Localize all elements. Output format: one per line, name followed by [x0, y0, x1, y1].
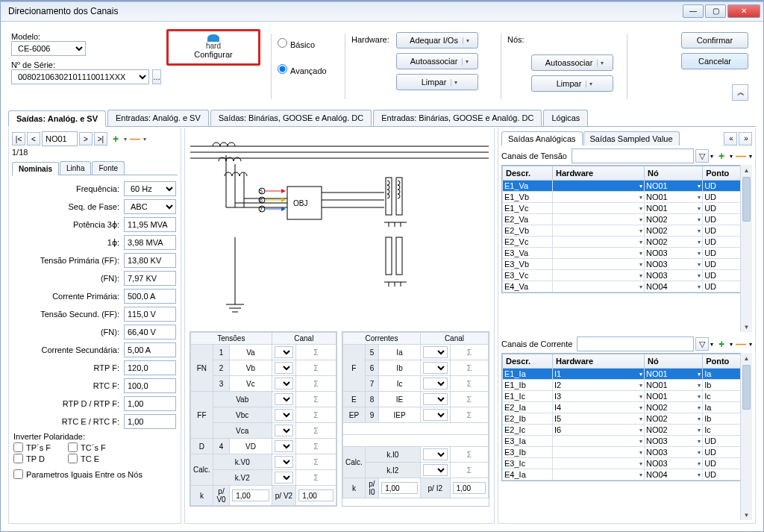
canal-ia[interactable]: E1_Ia [423, 346, 448, 358]
tab-entradas-bin[interactable]: Entradas: Binárias, GOOSE e Analóg. DC [373, 110, 542, 126]
canal-ic[interactable]: E1_Ic [423, 378, 448, 389]
circuit-diagram: 5 6 7 OBJ [190, 133, 489, 327]
add-tensao-icon[interactable]: + [715, 149, 728, 163]
table-row[interactable]: E2_IbI5▾NO02▾Ib▾ [503, 413, 751, 425]
svg-rect-33 [396, 237, 402, 275]
nav-last[interactable]: >| [94, 132, 107, 145]
table-row[interactable]: E1_IbI2▾NO01▾Ib▾ [503, 380, 751, 391]
table-row[interactable]: E2_Vb▾NO02▾UD▾ [503, 225, 751, 237]
configurar-sub: hard [182, 42, 245, 50]
table-row[interactable]: E3_Vc▾NO03▾UD▾ [503, 270, 751, 281]
ck-tps-f[interactable]: TP´s F [13, 442, 66, 452]
cancelar-button[interactable]: Cancelar [681, 53, 748, 69]
ck-tcs-f[interactable]: TC´s F [68, 442, 120, 452]
adequar-button[interactable]: Adequar I/Os▾ [396, 32, 478, 48]
rtpd-input[interactable] [124, 396, 176, 411]
ck-params-iguais[interactable] [13, 469, 23, 479]
nav-next[interactable]: > [79, 132, 93, 145]
table-row[interactable]: E3_Va▾NO03▾UD▾ [503, 248, 751, 259]
subtab-linha[interactable]: Linha [60, 161, 91, 175]
fn-input[interactable] [124, 271, 176, 286]
tsfn-input[interactable] [124, 325, 176, 339]
remove-icon[interactable]: — [128, 132, 142, 145]
corrente-filter-input[interactable] [577, 337, 694, 351]
maximize-button[interactable]: ▢ [705, 4, 726, 18]
remove-tensao-icon[interactable]: — [734, 149, 748, 163]
subtab-nominais[interactable]: Nominais [12, 162, 59, 175]
csec-input[interactable] [124, 342, 176, 357]
rtab-analog[interactable]: Saídas Analógicas [501, 131, 583, 145]
filter-icon-2[interactable]: ▽ [695, 337, 709, 351]
tab-entradas-analog[interactable]: Entradas: Analóg. e SV [107, 110, 209, 126]
canal-vc[interactable] [275, 378, 294, 389]
table-row[interactable]: E3_Vb▾NO03▾UD▾ [503, 259, 751, 270]
tpff-input[interactable] [124, 253, 176, 268]
add-icon[interactable]: + [109, 132, 122, 145]
table-row[interactable]: E1_IcI3▾NO01▾Ic▾ [503, 391, 751, 402]
add-corrente-icon[interactable]: + [715, 337, 728, 351]
svg-marker-12 [281, 189, 286, 193]
tab-saidas-analog[interactable]: Saídas: Analóg. e SV [8, 110, 106, 127]
subtab-fonte[interactable]: Fonte [92, 161, 125, 175]
modelo-select[interactable]: CE-6006 [11, 41, 86, 56]
tsff-input[interactable] [124, 307, 176, 322]
canal-vb[interactable] [275, 362, 294, 374]
modelo-label: Modelo: [11, 32, 40, 41]
expand-up-button[interactable]: ︽ [732, 84, 748, 101]
canal-va[interactable] [275, 346, 294, 358]
table-row[interactable]: E2_IcI6▾NO02▾Ic▾ [503, 425, 751, 436]
serie-select[interactable]: 00802106302101110011XXX [11, 69, 149, 84]
table-row[interactable]: E1_Vc▾NO01▾UD▾ [503, 203, 751, 214]
table-row[interactable]: E2_Va▾NO02▾UD▾ [503, 214, 751, 225]
radio-basico[interactable] [278, 38, 287, 48]
table-row[interactable]: E3_Ia▾NO03▾UD▾ [503, 436, 751, 447]
corrente-grid[interactable]: Descr. Hardware Nó Ponto E1_IaI1▾NO01▾Ia… [501, 353, 752, 481]
confirmar-button[interactable]: Confirmar [681, 32, 748, 48]
remove-corrente-icon[interactable]: — [734, 337, 748, 351]
table-row[interactable]: E1_Vb▾NO01▾UD▾ [503, 192, 751, 203]
serie-browse-button[interactable]: … [152, 69, 161, 84]
table-row[interactable]: E3_Ib▾NO03▾UD▾ [503, 447, 751, 458]
autoassociar-hw-button[interactable]: Autoassociar▾ [396, 53, 478, 69]
nav-prev[interactable]: < [27, 132, 40, 145]
hardware-label: Hardware: [351, 32, 396, 90]
scroll-left-button[interactable]: « [724, 132, 737, 145]
table-row[interactable]: E2_IaI4▾NO02▾Ia▾ [503, 402, 751, 413]
table-row[interactable]: E1_IaI1▾NO01▾Ia▾ [503, 369, 751, 380]
tensao-grid[interactable]: Descr. Hardware Nó Ponto E1_Va▾NO01▾UD▾E… [501, 165, 752, 293]
limpar-nos-button[interactable]: Limpar▾ [531, 75, 613, 92]
ck-tc-e[interactable]: TC E [68, 454, 120, 463]
close-button[interactable]: ✕ [727, 4, 760, 18]
nav-first[interactable]: |< [12, 132, 25, 145]
table-row[interactable]: E4_Va▾NO04▾UD▾ [503, 281, 751, 292]
tab-saidas-bin[interactable]: Saídas: Binárias, GOOSE e Analóg. DC [210, 110, 372, 126]
table-row[interactable]: E4_Ia▾NO04▾UD▾ [503, 469, 751, 481]
freq-select[interactable]: 60 Hz [124, 181, 176, 196]
titlebar: Direcionamento dos Canais — ▢ ✕ [1, 1, 763, 22]
seq-select[interactable]: ABC [124, 199, 176, 214]
pot1-input[interactable] [124, 235, 176, 250]
rtce-input[interactable] [124, 414, 176, 429]
rtab-sv[interactable]: Saídas Sampled Value [583, 131, 680, 145]
rtpf-input[interactable] [124, 360, 176, 375]
minimize-button[interactable]: — [683, 4, 704, 18]
radio-avancado[interactable] [278, 64, 287, 74]
canal-ib[interactable]: E1_Ib [423, 362, 448, 374]
table-row[interactable]: E2_Vc▾NO02▾UD▾ [503, 237, 751, 248]
scroll-right-button[interactable]: » [739, 132, 752, 145]
ck-tp-d[interactable]: TP D [13, 454, 66, 463]
table-row[interactable]: E1_Va▾NO01▾UD▾ [503, 181, 751, 192]
tensao-filter-input[interactable] [572, 148, 694, 163]
tensao-scrollbar[interactable]: ▲▼ [740, 165, 752, 332]
configurar-button[interactable]: hard Configurar [166, 29, 260, 66]
cprim-input[interactable] [124, 289, 176, 304]
nodo-input[interactable] [42, 131, 78, 146]
filter-icon[interactable]: ▽ [695, 149, 709, 163]
limpar-hw-button[interactable]: Limpar▾ [396, 74, 478, 90]
table-row[interactable]: E3_Ic▾NO03▾UD▾ [503, 458, 751, 469]
pot3-input[interactable] [124, 217, 176, 232]
corrente-scrollbar[interactable]: ▲▼ [740, 353, 752, 520]
tab-logicas[interactable]: Lógicas [543, 110, 588, 126]
rtcf-input[interactable] [124, 378, 176, 393]
autoassociar-nos-button[interactable]: Autoassociar▾ [531, 54, 613, 71]
